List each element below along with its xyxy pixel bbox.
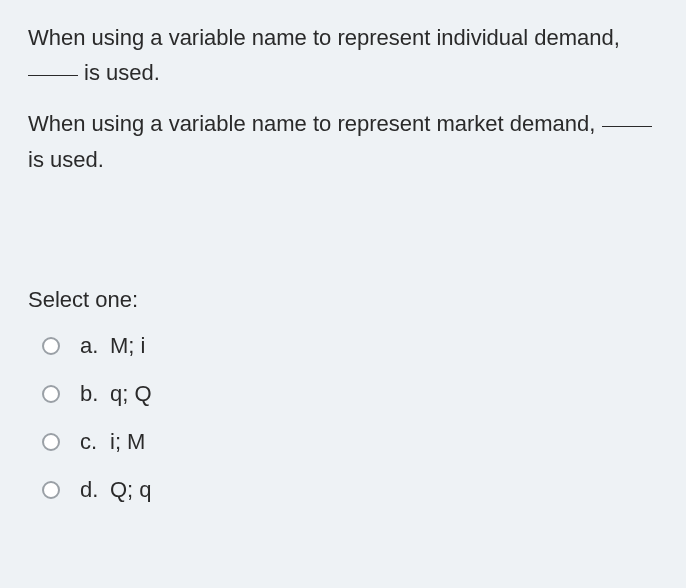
option-a[interactable]: a. M; i [42,333,658,359]
question-sentence-1: When using a variable name to represent … [28,20,658,90]
option-b[interactable]: b. q; Q [42,381,658,407]
question-text-part: is used. [28,147,104,172]
option-text: M; i [110,333,658,359]
option-d[interactable]: d. Q; q [42,477,658,503]
question-text-part: When using a variable name to represent … [28,111,602,136]
option-c[interactable]: c. i; M [42,429,658,455]
question-sentence-2: When using a variable name to represent … [28,106,658,176]
option-text: Q; q [110,477,658,503]
blank-fill-1 [28,75,78,76]
option-text: i; M [110,429,658,455]
option-letter: a. [80,333,110,359]
question-text-part: is used. [78,60,160,85]
option-letter: d. [80,477,110,503]
option-letter: b. [80,381,110,407]
radio-icon [42,433,60,451]
question-text-part: When using a variable name to represent … [28,25,620,50]
radio-icon [42,385,60,403]
radio-icon [42,481,60,499]
option-letter: c. [80,429,110,455]
select-one-prompt: Select one: [28,287,658,313]
option-text: q; Q [110,381,658,407]
question-text: When using a variable name to represent … [28,20,658,177]
options-list: a. M; i b. q; Q c. i; M d. Q; q [28,333,658,503]
blank-fill-2 [602,126,652,127]
radio-icon [42,337,60,355]
